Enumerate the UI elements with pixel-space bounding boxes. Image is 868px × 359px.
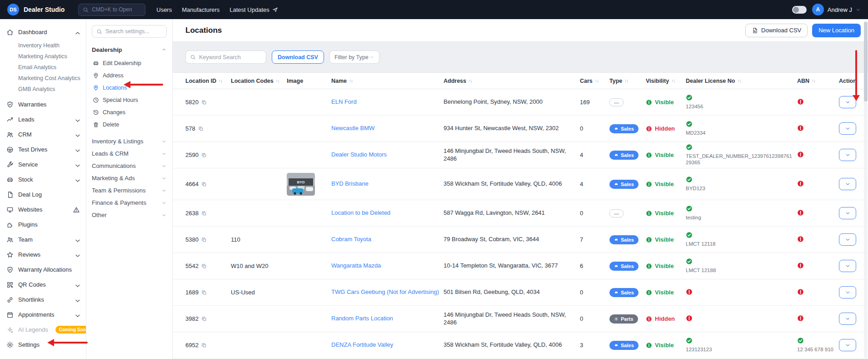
row-action-dropdown-button[interactable]: [839, 260, 856, 272]
column-header-address[interactable]: Address↑↓: [444, 78, 580, 84]
sidebar-item-service[interactable]: Service: [0, 157, 86, 172]
sidebar-item-qr-codes[interactable]: QR Codes: [0, 277, 86, 292]
settings-menu-item-changes[interactable]: Changes: [92, 106, 167, 118]
sidebar-item-crm[interactable]: CRM: [0, 127, 86, 142]
row-action-dropdown-button[interactable]: [839, 207, 856, 219]
location-name-link[interactable]: TWG Cars Geebung (Not for Advertising): [331, 288, 444, 296]
row-action-dropdown-button[interactable]: [839, 149, 856, 161]
sidebar-item-shortlinks[interactable]: Shortlinks: [0, 292, 86, 307]
sidebar-item-dashboard[interactable]: Dashboard: [0, 25, 86, 40]
row-action-dropdown-button[interactable]: [839, 313, 856, 325]
copy-icon[interactable]: [201, 152, 207, 158]
copy-icon[interactable]: [201, 182, 207, 187]
scrollbar-thumb[interactable]: [864, 22, 868, 101]
settings-menu-item-locations[interactable]: Locations: [92, 81, 167, 94]
column-header-name[interactable]: Name↑↓: [331, 78, 444, 84]
copy-icon[interactable]: [201, 316, 207, 322]
row-action-dropdown-button[interactable]: [839, 96, 856, 108]
settings-section-leads-crm[interactable]: Leads & CRM: [92, 147, 167, 160]
copy-icon[interactable]: [201, 100, 207, 105]
column-header-location-id[interactable]: Location ID↑↓: [185, 78, 231, 84]
sidebar-item-test-drives[interactable]: Test Drives: [0, 142, 86, 157]
settings-section-marketing-ads[interactable]: Marketing & Ads: [92, 172, 167, 184]
sidebar-item-label: Team: [18, 236, 33, 243]
settings-section-dealership[interactable]: Dealership: [92, 44, 167, 56]
sidebar-item-warranty-allocations[interactable]: Warranty Allocations: [0, 262, 86, 277]
copy-icon[interactable]: [201, 290, 207, 295]
sidebar-item-websites[interactable]: Websites: [0, 202, 86, 217]
table-row-location-6952: 6952DENZA Fortitude Valley358 Wickham St…: [173, 332, 868, 359]
column-header-cars[interactable]: Cars↑↓: [580, 78, 609, 84]
sidebar-item-label: Leads: [18, 116, 34, 123]
row-action-dropdown-button[interactable]: [839, 178, 856, 190]
sidebar-subitem-gmb-analytics[interactable]: GMB Analytics: [0, 84, 86, 95]
column-header-visibility[interactable]: Visibility↑↓: [646, 78, 686, 84]
sidebar-item-deal-log[interactable]: Deal Log: [0, 187, 86, 202]
location-name-link[interactable]: Cobram Toyota: [331, 236, 444, 243]
sidebar-item-warranties[interactable]: Warranties: [0, 97, 86, 112]
shield-check-icon: [6, 101, 14, 108]
copy-icon[interactable]: [201, 263, 207, 269]
settings-section-finance-payments[interactable]: Finance & Payments: [92, 197, 167, 209]
settings-menu-item-special-hours[interactable]: Special Hours: [92, 94, 167, 106]
column-header-type[interactable]: Type↑↓: [609, 78, 646, 84]
location-name-link[interactable]: Dealer Studio Motors: [331, 151, 444, 159]
download-csv-button-header[interactable]: Download CSV: [745, 24, 808, 37]
settings-section-other[interactable]: Other: [92, 209, 167, 221]
user-menu[interactable]: A Andrew J: [812, 4, 861, 15]
settings-section-team-permissions[interactable]: Team & Permissions: [92, 184, 167, 197]
row-action-dropdown-button[interactable]: [839, 339, 856, 351]
copy-icon[interactable]: [201, 211, 207, 216]
sidebar-subitem-marketing-cost-analytics[interactable]: Marketing Cost Analytics: [0, 73, 86, 84]
primary-sidebar: DashboardInventory HealthMarketing Analy…: [0, 19, 86, 359]
copy-icon[interactable]: [198, 126, 204, 131]
copy-icon[interactable]: [201, 343, 207, 348]
sidebar-item-plugins[interactable]: Plugins: [0, 217, 86, 232]
users-group-icon: [6, 236, 14, 243]
table-row-location-5542: 5542W10 and W20Wangaratta Mazda10-14 Tem…: [173, 253, 868, 279]
sidebar-item-appointments[interactable]: Appointments: [0, 307, 86, 322]
sidebar-subitem-marketing-analytics[interactable]: Marketing Analytics: [0, 51, 86, 62]
settings-search-input[interactable]: Search settings...: [92, 25, 167, 38]
settings-section-inventory-listings[interactable]: Inventory & Listings: [92, 135, 167, 147]
filter-by-type-select[interactable]: Filter by Type: [329, 51, 379, 64]
row-action-dropdown-button[interactable]: [839, 286, 856, 298]
location-name-link[interactable]: DENZA Fortitude Valley: [331, 341, 444, 349]
location-name-link[interactable]: Random Parts Location: [331, 315, 444, 323]
sidebar-item-leads[interactable]: Leads: [0, 112, 86, 127]
copy-icon[interactable]: [201, 237, 207, 243]
new-location-button[interactable]: New Location: [812, 24, 861, 37]
sidebar-item-reviews[interactable]: Reviews: [0, 247, 86, 262]
column-header-abn[interactable]: ABN↑↓: [797, 78, 839, 84]
settings-menu-item-edit-dealership[interactable]: Edit Dealership: [92, 57, 167, 69]
location-name-link[interactable]: ELN Ford: [331, 98, 444, 106]
top-nav-link-latest-updates[interactable]: Latest Updates: [229, 6, 278, 13]
sidebar-item-settings[interactable]: Settings: [0, 337, 86, 352]
sidebar-item-stock[interactable]: Stock: [0, 172, 86, 187]
top-nav-link-manufacturers[interactable]: Manufacturers: [182, 6, 219, 13]
brand-logo[interactable]: DS: [7, 4, 19, 15]
location-name-link[interactable]: Wangaratta Mazda: [331, 262, 444, 270]
settings-menu-item-delete[interactable]: Delete: [92, 118, 167, 131]
column-header-dealer-license-no[interactable]: Dealer License No↑↓: [686, 78, 797, 84]
row-action-dropdown-button[interactable]: [839, 122, 856, 135]
keyword-search-input[interactable]: Keyword Search: [185, 51, 266, 64]
sidebar-item-ai-legends[interactable]: AI LegendsComing Soon: [0, 322, 86, 337]
location-name-link[interactable]: Location to be Deleted: [331, 209, 444, 217]
settings-section-communications[interactable]: Communications: [92, 160, 167, 172]
sidebar-subitem-inventory-health[interactable]: Inventory Health: [0, 40, 86, 51]
sidebar-subitem-email-analytics[interactable]: Email Analytics: [0, 62, 86, 73]
column-header-location-codes[interactable]: Location Codes↑↓: [231, 78, 287, 84]
sidebar-submenu: Inventory HealthMarketing AnalyticsEmail…: [0, 40, 86, 97]
row-action-dropdown-button[interactable]: [839, 233, 856, 246]
cars-count: 0: [580, 125, 609, 132]
location-name-link[interactable]: BYD Brisbane: [331, 180, 444, 188]
settings-menu-item-address[interactable]: Address: [92, 69, 167, 81]
location-id: 3982: [185, 315, 199, 322]
download-csv-button-toolbar[interactable]: Download CSV: [272, 51, 324, 64]
theme-toggle[interactable]: [792, 6, 807, 14]
top-nav-link-users[interactable]: Users: [156, 6, 172, 13]
sidebar-item-team[interactable]: Team: [0, 232, 86, 247]
location-name-link[interactable]: Newcastle BMW: [331, 125, 444, 132]
command-search-input[interactable]: CMD+K to Open: [78, 4, 145, 16]
